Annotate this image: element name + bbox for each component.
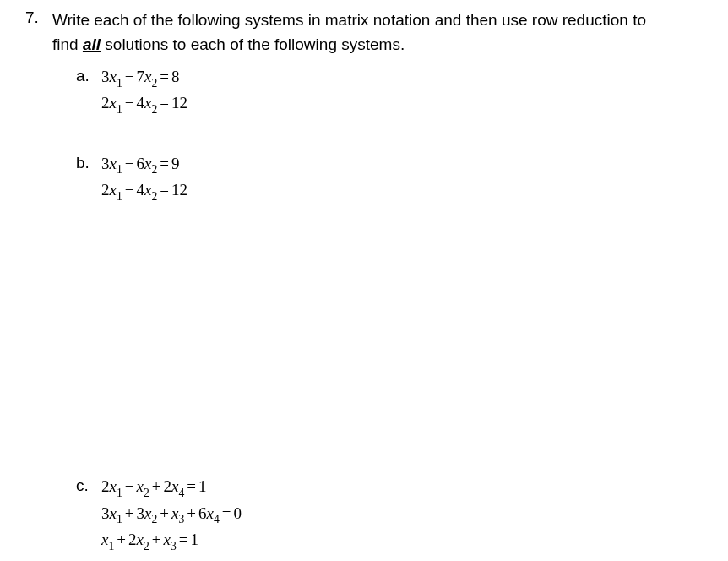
equation-c2: 3x1+3x2+x3+6x4=0 [101,502,242,528]
part-b: b. 3x1−6x2=9 2x1−4x2=12 [76,152,703,205]
part-a: a. 3x1−7x2=8 2x1−4x2=12 [76,65,703,118]
equation-b2: 2x1−4x2=12 [101,178,187,204]
question-number: 7. [25,8,52,27]
question-line2-suffix: solutions to each of the following syste… [101,35,405,53]
equation-b1: 3x1−6x2=9 [101,152,187,178]
question-emphasis: all [83,35,101,53]
equation-a2: 2x1−4x2=12 [101,91,187,117]
part-b-equations: 3x1−6x2=9 2x1−4x2=12 [101,152,187,205]
part-b-label: b. [76,152,101,172]
part-a-label: a. [76,65,101,85]
equation-c1: 2x1−x2+2x4=1 [101,475,242,501]
part-a-equations: 3x1−7x2=8 2x1−4x2=12 [101,65,187,118]
question-line2-prefix: find [52,35,83,53]
question-header: 7. Write each of the following systems i… [25,8,703,57]
part-c-equations: 2x1−x2+2x4=1 3x1+3x2+x3+6x4=0 x1+2x2+x3=… [101,475,242,554]
part-c-label: c. [76,475,101,495]
part-c: c. 2x1−x2+2x4=1 3x1+3x2+x3+6x4=0 x1+2x2+… [76,475,703,554]
question-line1: Write each of the following systems in m… [52,11,646,29]
equation-a1: 3x1−7x2=8 [101,65,187,91]
equation-c3: x1+2x2+x3=1 [101,528,242,554]
question-text: Write each of the following systems in m… [52,8,703,57]
